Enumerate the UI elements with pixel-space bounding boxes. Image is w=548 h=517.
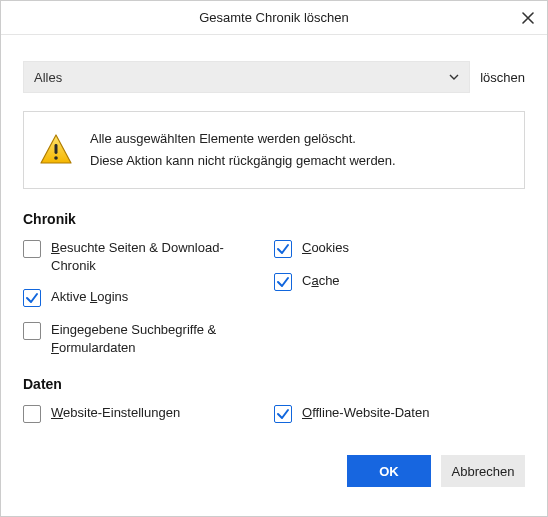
label-cache[interactable]: Cache xyxy=(302,272,340,290)
svg-point-1 xyxy=(54,156,58,160)
cancel-button[interactable]: Abbrechen xyxy=(441,455,525,487)
section-chronik-title: Chronik xyxy=(23,211,525,227)
label-active-logins[interactable]: Aktive Logins xyxy=(51,288,128,306)
warning-line-1: Alle ausgewählten Elemente werden gelösc… xyxy=(90,128,396,150)
svg-rect-0 xyxy=(55,144,58,154)
close-icon xyxy=(522,12,534,24)
label-offline-data[interactable]: Offline-Website-Daten xyxy=(302,404,429,422)
time-range-select[interactable]: Alles xyxy=(23,61,470,93)
ok-button[interactable]: OK xyxy=(347,455,431,487)
checkbox-site-settings[interactable] xyxy=(23,405,41,423)
label-visited-pages[interactable]: Besuchte Seiten & Download-Chronik xyxy=(51,239,260,274)
checkbox-active-logins[interactable] xyxy=(23,289,41,307)
label-site-settings[interactable]: Website-Einstellungen xyxy=(51,404,180,422)
time-range-suffix: löschen xyxy=(480,70,525,85)
label-form-data[interactable]: Eingegebene Suchbegriffe & Formulardaten xyxy=(51,321,260,356)
time-range-value: Alles xyxy=(34,70,62,85)
close-button[interactable] xyxy=(519,9,537,27)
checkbox-visited-pages[interactable] xyxy=(23,240,41,258)
section-daten-title: Daten xyxy=(23,376,525,392)
chevron-down-icon xyxy=(449,74,459,80)
dialog-title: Gesamte Chronik löschen xyxy=(1,10,547,25)
warning-line-2: Diese Aktion kann nicht rückgängig gemac… xyxy=(90,150,396,172)
checkbox-offline-data[interactable] xyxy=(274,405,292,423)
warning-icon xyxy=(38,132,74,168)
warning-box: Alle ausgewählten Elemente werden gelösc… xyxy=(23,111,525,189)
checkbox-form-data[interactable] xyxy=(23,322,41,340)
title-bar: Gesamte Chronik löschen xyxy=(1,1,547,35)
checkbox-cookies[interactable] xyxy=(274,240,292,258)
label-cookies[interactable]: Cookies xyxy=(302,239,349,257)
checkbox-cache[interactable] xyxy=(274,273,292,291)
